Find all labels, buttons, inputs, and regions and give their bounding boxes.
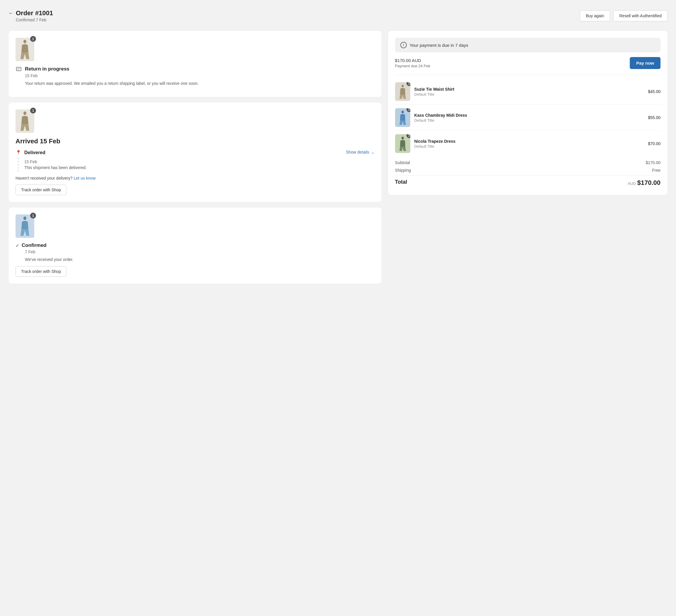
item-info-1: Kass Chambray Midi Dress Default Title <box>414 113 644 123</box>
right-column: i Your payment is due in 7 days $170.00 … <box>388 30 668 195</box>
return-status-row: Return in progress <box>15 66 375 72</box>
header-left: ← Order #1001 Confirmed 7 Feb <box>8 9 53 22</box>
left-column: 1 Return in progress 15 Feb Your return … <box>8 30 382 284</box>
return-icon <box>15 66 22 72</box>
delivered-left: 📍 Delivered <box>15 150 45 155</box>
confirmed-card: 1 ✓ Confirmed 7 Feb We've received your … <box>8 207 382 284</box>
svg-point-6 <box>401 137 404 139</box>
total-label: Total <box>395 179 407 187</box>
chevron-down-icon: ⌄ <box>371 150 375 155</box>
confirmed-label: Confirmed <box>22 243 47 248</box>
subtotal-row: Subtotal $170.00 <box>395 159 661 167</box>
track-order-button-2[interactable]: Track order with Shop <box>15 266 66 277</box>
payment-amount: $170.00 AUD <box>395 58 431 63</box>
pay-now-button[interactable]: Pay now <box>630 57 661 69</box>
order-subtitle: Confirmed 7 Feb <box>16 17 53 22</box>
return-status-desc: Your return was approved. We emailed you… <box>25 80 375 86</box>
order-item-2: 1 Nicola Trapeze Dress Default Title $70… <box>395 131 661 157</box>
item-info-0: Suzie Tie Waist Shirt Default Title <box>414 87 644 97</box>
item-thumb-2: 1 <box>395 134 410 153</box>
return-thumb-container: 1 <box>15 38 34 61</box>
buy-again-button[interactable]: Buy again <box>580 10 610 21</box>
payment-info: $170.00 AUD Payment due 24 Feb <box>395 58 431 68</box>
item-variant-0: Default Title <box>414 92 644 97</box>
info-icon: i <box>400 42 407 48</box>
confirmed-desc: We've received your order. <box>25 256 375 263</box>
item-name-1: Kass Chambray Midi Dress <box>414 113 644 118</box>
item-info-2: Nicola Trapeze Dress Default Title <box>414 139 644 148</box>
order-title: Order #1001 <box>16 9 53 17</box>
delivery-card: 1 Arrived 15 Feb 📍 Delivered Show detail… <box>8 102 382 202</box>
item-name-2: Nicola Trapeze Dress <box>414 139 644 144</box>
svg-point-5 <box>401 111 404 114</box>
total-amount: $170.00 <box>637 179 661 187</box>
svg-point-0 <box>23 40 26 43</box>
item-name-0: Suzie Tie Waist Shirt <box>414 87 644 91</box>
item-variant-2: Default Title <box>414 144 644 148</box>
item-thumb-1: 1 <box>395 108 410 127</box>
timeline-desc: This shipment has been delivered. <box>24 165 375 170</box>
let-us-know-link[interactable]: Let us know <box>74 176 96 180</box>
order-items-list: 1 Suzie Tie Waist Shirt Default Title $4… <box>395 79 661 157</box>
back-row: ← Order #1001 <box>8 9 53 17</box>
item-thumb-0: 1 <box>395 82 410 101</box>
header-buttons: Buy again Resell with Authentified <box>580 10 668 21</box>
confirmed-thumb-badge: 1 <box>30 212 36 219</box>
track-order-button-1[interactable]: Track order with Shop <box>15 185 66 195</box>
shipping-value: Free <box>652 168 661 173</box>
show-details-label: Show details <box>346 150 369 155</box>
order-item-1: 1 Kass Chambray Midi Dress Default Title… <box>395 105 661 131</box>
payment-due: Payment due 24 Feb <box>395 64 431 68</box>
check-icon: ✓ <box>15 243 19 248</box>
payment-row: $170.00 AUD Payment due 24 Feb Pay now <box>395 57 661 69</box>
subtotal-value: $170.00 <box>645 160 661 165</box>
item-variant-1: Default Title <box>414 118 644 123</box>
main-layout: 1 Return in progress 15 Feb Your return … <box>8 30 668 284</box>
resell-button[interactable]: Resell with Authentified <box>613 10 668 21</box>
svg-rect-1 <box>16 67 21 71</box>
payment-card: i Your payment is due in 7 days $170.00 … <box>388 30 668 195</box>
delivered-row: 📍 Delivered Show details ⌄ <box>15 150 375 155</box>
total-amount-row: AUD $170.00 <box>628 179 661 187</box>
total-currency: AUD <box>628 181 636 186</box>
confirmed-thumb-container: 1 <box>15 214 34 238</box>
timeline-block: 15 Feb This shipment has been delivered. <box>18 158 375 172</box>
show-details-button[interactable]: Show details ⌄ <box>346 150 374 155</box>
back-arrow[interactable]: ← <box>8 10 13 16</box>
order-item-0: 1 Suzie Tie Waist Shirt Default Title $4… <box>395 79 661 105</box>
delivery-question: Haven't received your delivery? Let us k… <box>15 176 375 180</box>
shipping-row: Shipping Free <box>395 167 661 174</box>
payment-notice: i Your payment is due in 7 days <box>395 38 661 52</box>
divider <box>395 75 661 75</box>
totals-section: Subtotal $170.00 Shipping Free Total AUD… <box>395 159 661 188</box>
return-card: 1 Return in progress 15 Feb Your return … <box>8 30 382 98</box>
return-status-date: 15 Feb <box>25 73 375 78</box>
return-status-title: Return in progress <box>25 66 69 72</box>
page-header: ← Order #1001 Confirmed 7 Feb Buy again … <box>8 9 668 22</box>
payment-notice-text: Your payment is due in 7 days <box>410 43 468 48</box>
delivery-thumb-container: 1 <box>15 109 34 133</box>
arrived-title: Arrived 15 Feb <box>15 137 375 145</box>
item-price-2: $70.00 <box>648 141 661 146</box>
subtotal-label: Subtotal <box>395 160 410 165</box>
delivery-thumb-badge: 1 <box>30 108 36 114</box>
location-icon: 📍 <box>15 150 21 155</box>
timeline-date: 15 Feb <box>24 160 375 164</box>
item-price-1: $55.00 <box>648 115 661 120</box>
return-thumb-badge: 1 <box>30 36 36 42</box>
confirmed-status-row: ✓ Confirmed <box>15 243 375 248</box>
svg-point-2 <box>23 112 26 115</box>
total-row: Total AUD $170.00 <box>395 175 661 188</box>
delivered-label: Delivered <box>24 150 45 155</box>
confirmed-date: 7 Feb <box>25 249 375 254</box>
shipping-label: Shipping <box>395 168 411 173</box>
item-price-0: $45.00 <box>648 89 661 94</box>
svg-point-4 <box>401 85 404 87</box>
svg-point-3 <box>23 217 26 220</box>
